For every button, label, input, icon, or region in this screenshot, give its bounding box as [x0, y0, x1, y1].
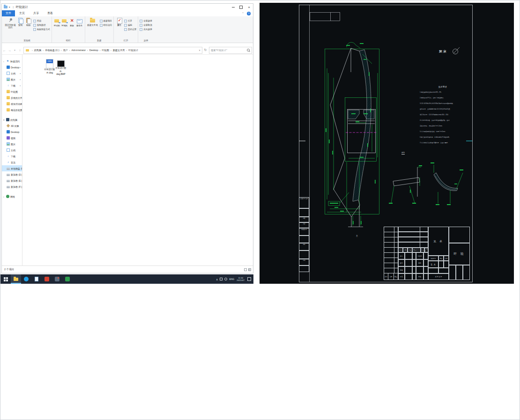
files-pane[interactable]: DWG 叶轮设计附 件.dwg 叶轮设计附 件. dwg.BMP	[22, 54, 253, 267]
new-folder-button[interactable]: 新建文件夹	[87, 17, 98, 26]
paste-icon	[25, 17, 31, 23]
language-indicator[interactable]: ENG	[229, 278, 234, 280]
sidebar-item[interactable]: 新加卷 (F:)	[2, 184, 22, 190]
tab-home[interactable]: 主页	[15, 10, 29, 16]
ribbon-small-button[interactable]: 粘贴快捷方式	[33, 27, 50, 31]
button-icon	[69, 18, 75, 24]
breadcrumb-item[interactable]: ›叶轮图	[98, 49, 109, 52]
sidebar-item[interactable]: 新加卷 (D:)	[2, 171, 22, 177]
sidebar-section-this-pc[interactable]: ▾ 此电脑	[2, 117, 22, 123]
collapse-ribbon-icon[interactable]: ⌃	[242, 12, 244, 15]
sidebar-item[interactable]: 下载 •	[2, 82, 22, 88]
ribbon-small-button[interactable]: 新建项目	[100, 19, 112, 23]
breadcrumb-item[interactable]: ›Administrator	[68, 49, 86, 52]
tab-file[interactable]: 文件	[2, 10, 15, 16]
start-button[interactable]	[0, 274, 11, 284]
sidebar-section-network[interactable]: › 网络	[2, 193, 22, 199]
ribbon-button[interactable]: 重命名	[76, 17, 83, 27]
taskbar-icon-app-green[interactable]	[62, 274, 73, 284]
ribbon-button[interactable]: 复制到	[61, 17, 68, 27]
chevron-right-icon: ›	[69, 49, 70, 52]
ribbon-small-button[interactable]: 反向选择	[140, 27, 152, 31]
maximize-button[interactable]	[237, 4, 245, 10]
tray-icon[interactable]	[224, 278, 227, 280]
ribbon-small-button[interactable]: 打开	[124, 19, 136, 23]
hidden-icons-chevron[interactable]: ∧	[216, 278, 218, 281]
close-button[interactable]: ×	[245, 4, 253, 10]
minimize-button[interactable]	[229, 4, 237, 10]
taskbar-icon-explorer[interactable]	[11, 274, 21, 284]
group-label-clipboard: 剪贴板	[4, 38, 50, 43]
sidebar-item[interactable]: 3D 对象	[2, 123, 22, 129]
paste-button[interactable]: 粘贴	[25, 17, 32, 26]
pin-quick-access-button[interactable]: 固定到快速访问	[5, 17, 16, 29]
sidebar-item[interactable]: 叶轮图 •	[2, 88, 22, 95]
recent-locations-icon[interactable]: ▾	[12, 49, 17, 52]
ribbon-small-button[interactable]: 编辑	[124, 23, 136, 27]
sidebar-item[interactable]: 新加卷 (E:)	[2, 177, 22, 184]
ribbon-small-button[interactable]: 复制路径	[33, 23, 50, 27]
breadcrumb-item[interactable]: ›Desktop	[86, 49, 98, 52]
search-input[interactable]	[209, 49, 247, 52]
address-dropdown-icon[interactable]: ∨	[197, 49, 202, 52]
details-view-icon[interactable]	[244, 268, 247, 271]
properties-button[interactable]: 属性	[116, 17, 123, 26]
address-bar[interactable]: ›此电脑›本地磁盘 (C:)›用户›Administrator›Desktop›…	[23, 47, 202, 54]
forward-button[interactable]: →	[7, 49, 12, 52]
breadcrumb-item[interactable]: ›本地磁盘 (C:)	[41, 49, 59, 52]
copy-button[interactable]: 复制	[17, 17, 24, 26]
sidebar-item[interactable]: 文档	[2, 147, 22, 153]
refresh-icon[interactable]: ↻	[202, 48, 208, 52]
breadcrumb-item[interactable]: ›此电脑	[30, 49, 41, 52]
sidebar-section-quick-access[interactable]: › 快速访问	[2, 58, 22, 64]
button-icon	[33, 20, 36, 22]
bom-row	[384, 232, 398, 237]
ribbon-button[interactable]: 移动到	[54, 17, 60, 27]
tray-icon[interactable]	[220, 278, 223, 280]
breadcrumb-item[interactable]: ›叶轮设计	[125, 49, 138, 52]
ribbon-small-button[interactable]: 轻松访问	[100, 23, 112, 27]
sidebar-item[interactable]: 图片	[2, 141, 22, 147]
up-button[interactable]: ↑	[17, 49, 22, 52]
ribbon-small-button[interactable]: 剪切	[33, 19, 50, 23]
sidebar-item[interactable]: 本地磁盘 (C:)	[2, 165, 22, 171]
chevron-icon[interactable]: ▾	[3, 118, 5, 121]
sidebar-item[interactable]: 反馈的文件 •	[2, 95, 22, 101]
clock[interactable]: 11:34 2021/4/7	[237, 277, 245, 281]
group-label-open: 打开	[115, 38, 136, 43]
file-tile[interactable]: DWG 叶轮设计附 件.dwg	[44, 58, 55, 74]
sidebar-item[interactable]: 图片 •	[2, 76, 22, 82]
breadcrumb-item[interactable]: ›新建文件夹	[109, 49, 125, 52]
tab-share[interactable]: 共享	[29, 10, 43, 16]
sidebar-item[interactable]: 视频	[2, 135, 22, 141]
back-button[interactable]: ←	[2, 49, 7, 52]
thumbnail-view-icon[interactable]	[248, 268, 251, 271]
sidebar-item[interactable]: Desktop •	[2, 64, 22, 70]
ribbon-small-button[interactable]: 历史记录	[124, 27, 136, 31]
sidebar-item[interactable]: 模块传动构图 •	[2, 101, 22, 107]
breadcrumb-item[interactable]: ›用户	[59, 49, 68, 52]
ribbon-small-button[interactable]: 全部选择	[140, 19, 152, 23]
folder-icon	[14, 278, 18, 281]
sidebar-item[interactable]: Desktop	[2, 129, 22, 135]
chevron-down-icon[interactable]: ▾	[9, 6, 10, 8]
chevron-icon[interactable]: ›	[3, 195, 5, 198]
button-icon	[100, 20, 103, 22]
pin-icon: •	[20, 84, 21, 87]
help-icon[interactable]: ?	[247, 12, 251, 15]
sidebar-item[interactable]: 梅花齿轮图 •	[2, 107, 22, 113]
tab-view[interactable]: 查看	[43, 10, 57, 16]
action-center-icon[interactable]	[247, 277, 251, 281]
taskbar-icon-app-red[interactable]	[42, 274, 52, 284]
taskbar-icon-browser[interactable]	[21, 274, 31, 284]
ribbon-small-button[interactable]: 全部取消	[140, 23, 152, 27]
dimension-text	[326, 43, 376, 224]
taskbar-icon-document[interactable]	[31, 274, 42, 284]
sidebar-item[interactable]: 音乐	[2, 159, 22, 165]
ribbon-button[interactable]: 删除	[69, 17, 75, 27]
chevron-icon[interactable]: ›	[3, 60, 5, 63]
sidebar-item[interactable]: 文档 •	[2, 70, 22, 76]
sidebar-item[interactable]: 下载	[2, 153, 22, 159]
taskbar-icon-app-gray[interactable]	[52, 274, 62, 284]
file-tile[interactable]: 叶轮设计附 件. dwg.BMP	[55, 58, 67, 76]
